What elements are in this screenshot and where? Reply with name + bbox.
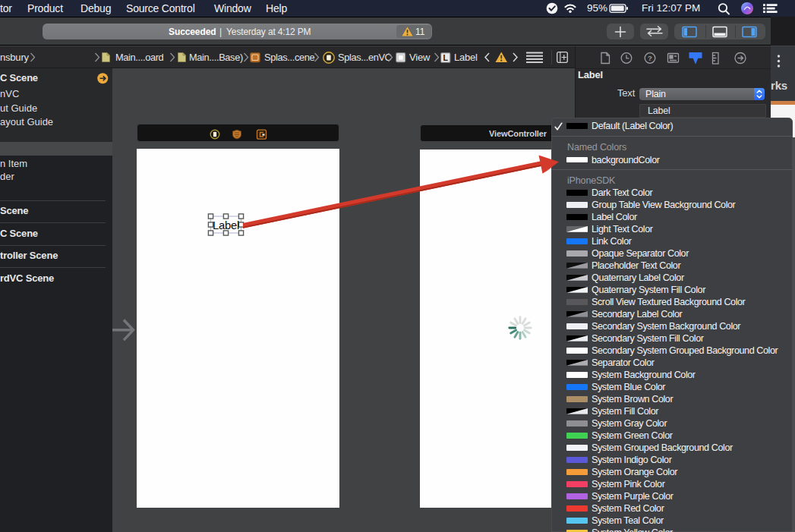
svg-text:L: L (443, 52, 448, 61)
svg-text:?: ? (648, 54, 652, 62)
